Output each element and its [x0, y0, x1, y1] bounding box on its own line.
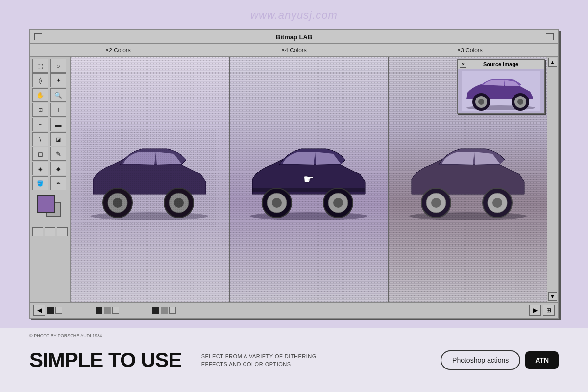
tool-bucket[interactable]: 🪣: [32, 176, 48, 190]
svg-point-23: [492, 198, 502, 208]
title-bar-right-controls: [546, 33, 554, 40]
col-header-3: ×3 Colors: [382, 44, 558, 56]
tool-marquee-ellipse[interactable]: ○: [50, 59, 66, 73]
tool-pencil[interactable]: ✎: [50, 147, 66, 161]
tool-crop[interactable]: ⊡: [32, 103, 48, 117]
indicator-dot-1b: [55, 307, 62, 314]
col1-indicators: [47, 307, 62, 314]
standard-mode-btn[interactable]: [32, 227, 43, 236]
tool-gradient[interactable]: ◪: [50, 132, 66, 146]
canvas-col-1: [71, 57, 230, 302]
source-dialog-image-area: [458, 69, 544, 113]
canvas-col-3: × Source Image: [389, 57, 547, 302]
col-label-1: ×2 Colors: [105, 47, 131, 54]
source-image-dialog: × Source Image: [457, 59, 545, 114]
col-label-3: ×3 Colors: [457, 47, 483, 54]
indicator-dot-3a: [152, 307, 159, 314]
col-header-2: ×4 Colors: [206, 44, 382, 56]
lower-section: © PHOTO BY PORSCHE AUDI 1984 SIMPLE TO U…: [0, 328, 588, 392]
svg-rect-7: [83, 130, 216, 228]
canvas-area: ☛: [71, 57, 547, 302]
foreground-color-swatch[interactable]: [37, 195, 55, 213]
tool-eraser[interactable]: ◻: [32, 147, 48, 161]
scroll-up-arrow[interactable]: ▲: [548, 58, 557, 67]
fullscreen-btn[interactable]: [57, 227, 68, 236]
scroll-left-arrow[interactable]: ◀: [33, 305, 45, 316]
tool-marquee-rect[interactable]: ⬚: [32, 59, 48, 73]
window-title: Bitmap LAB: [42, 33, 546, 41]
indicator-dot-2b: [104, 307, 111, 314]
tool-shape[interactable]: ▬: [50, 118, 66, 131]
btn-group: Photoshop actions ATN: [441, 350, 559, 370]
simple-to-use-heading: SIMPLE TO USE: [29, 348, 182, 372]
bottom-resize-btn[interactable]: ⊞: [543, 305, 555, 316]
car-image-1: [71, 57, 229, 302]
indicator-dot-3b: [161, 307, 168, 314]
scroll-right-arrow[interactable]: ▶: [529, 305, 541, 316]
indicator-dot-2c: [112, 307, 119, 314]
tool-eyedropper[interactable]: ✒: [50, 176, 66, 190]
svg-point-31: [517, 99, 523, 105]
svg-point-20: [431, 198, 441, 208]
bottom-nav-left: ◀: [33, 305, 176, 316]
column-headers: ×2 Colors ×4 Colors ×3 Colors: [30, 44, 558, 57]
window-maximize-btn[interactable]: [546, 33, 554, 40]
source-dialog-close-btn[interactable]: ×: [460, 61, 466, 68]
col-header-1: ×2 Colors: [30, 44, 206, 56]
photoshop-actions-button[interactable]: Photoshop actions: [441, 350, 520, 370]
window-minimize-btn[interactable]: [34, 33, 42, 40]
scroll-down-arrow[interactable]: ▼: [548, 292, 557, 301]
tool-burn[interactable]: ◆: [50, 162, 66, 175]
canvas-col-2: ☛: [230, 57, 389, 302]
atn-button[interactable]: ATN: [525, 351, 559, 369]
description-line-1: SELECT FROM A VARIETY OF DITHERING: [201, 352, 421, 361]
tool-line[interactable]: \: [32, 132, 48, 146]
quick-mask-btn[interactable]: [45, 227, 55, 236]
indicator-dot-2a: [96, 307, 102, 314]
description-line-2: EFFECTS AND COLOR OPTIONS: [201, 360, 421, 368]
watermark-text: www.anyusj.com: [250, 9, 338, 22]
title-bar: Bitmap LAB: [30, 30, 558, 44]
col-label-2: ×4 Colors: [281, 47, 307, 54]
svg-point-28: [478, 99, 484, 105]
svg-point-12: [272, 198, 282, 208]
toolbar: ⬚ ○ ⟠ ✦ ✋ 🔍 ⊡ T ⌐ ▬ \ ◪ ◻ ✎ ◉ ◆ 🪣 ✒: [30, 57, 71, 302]
svg-point-15: [333, 198, 343, 208]
tool-lasso[interactable]: ⟠: [32, 74, 48, 87]
right-scrollbar: ▲ ▼: [547, 57, 558, 302]
tool-blur[interactable]: ◉: [32, 162, 48, 175]
tool-zoom[interactable]: 🔍: [50, 88, 66, 102]
col3-indicators: [152, 307, 176, 314]
tool-pen[interactable]: ⌐: [32, 118, 48, 131]
bottom-right-buttons: ▶ ⊞: [529, 305, 555, 316]
source-dialog-title: Source Image: [483, 61, 518, 67]
tool-type[interactable]: T: [50, 103, 66, 117]
indicator-dot-1a: [47, 307, 54, 314]
source-dialog-titlebar: × Source Image: [458, 60, 544, 69]
content-area: ⬚ ○ ⟠ ✦ ✋ 🔍 ⊡ T ⌐ ▬ \ ◪ ◻ ✎ ◉ ◆ 🪣 ✒: [30, 57, 558, 302]
description-text: SELECT FROM A VARIETY OF DITHERING EFFEC…: [201, 352, 421, 368]
main-window: Bitmap LAB ×2 Colors ×4 Colors ×3 Colors…: [29, 29, 559, 318]
bottom-bar: ◀ ▶ ⊞: [30, 302, 558, 318]
hand-cursor-icon: ☛: [303, 172, 314, 186]
title-bar-controls: [34, 33, 42, 40]
copyright-text: © PHOTO BY PORSCHE AUDI 1984: [29, 333, 102, 338]
tool-magic-wand[interactable]: ✦: [50, 74, 66, 87]
tool-hand[interactable]: ✋: [32, 88, 48, 102]
indicator-dot-3c: [169, 307, 176, 314]
col2-indicators: [96, 307, 119, 314]
